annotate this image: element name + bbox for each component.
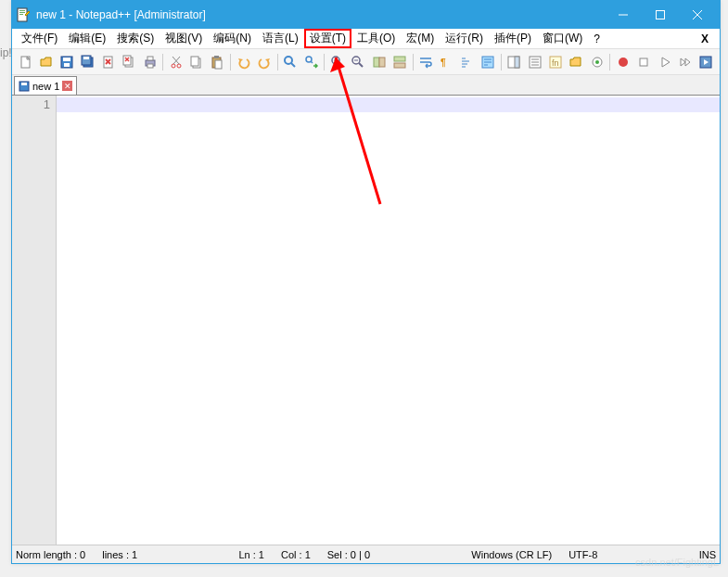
cut-icon[interactable] [166,52,185,72]
indent-guide-icon[interactable] [457,52,477,72]
line-number-gutter: 1 [12,96,57,545]
replace-icon[interactable] [301,52,321,72]
svg-rect-2 [19,12,25,13]
line-number: 1 [12,97,50,112]
app-window: new 1 - Notepad++ [Administrator] 文件(F) … [11,0,721,564]
window-controls [605,1,716,29]
save-all-icon[interactable] [78,52,97,72]
save-macro-icon[interactable] [696,52,715,72]
svg-point-25 [172,64,175,68]
menu-plugins[interactable]: 插件(P) [489,29,537,48]
minimize-button[interactable] [605,1,642,29]
svg-rect-33 [215,60,222,69]
svg-text:fn: fn [552,58,559,68]
svg-rect-23 [147,57,153,60]
svg-rect-45 [374,58,379,67]
menu-search[interactable]: 搜索(S) [111,29,160,48]
paste-icon[interactable] [208,52,227,72]
tab-bar: new 1 ✕ [12,75,720,96]
menu-run[interactable]: 运行(R) [440,29,489,48]
open-file-icon[interactable] [36,52,56,72]
status-column: Col : 1 [281,549,311,560]
svg-point-26 [177,64,181,68]
text-editor[interactable] [57,96,720,545]
fast-icon[interactable] [675,52,695,72]
word-wrap-icon[interactable] [415,52,435,72]
svg-rect-47 [394,57,405,61]
svg-text:¶: ¶ [441,58,446,68]
svg-point-68 [595,60,599,64]
svg-line-39 [338,63,342,67]
menu-window[interactable]: 窗口(W) [537,29,588,48]
docmap-icon[interactable] [504,52,524,72]
new-file-icon[interactable] [16,52,35,72]
record-icon[interactable] [613,52,632,72]
svg-rect-30 [191,57,198,66]
monitor-icon[interactable] [587,52,607,72]
svg-rect-1 [19,10,25,11]
svg-rect-32 [214,56,219,58]
toolbar-separator [162,54,163,71]
toolbar: ¶ fn [12,49,720,75]
menu-macro[interactable]: 宏(M) [401,29,440,48]
status-eol[interactable]: Windows (CR LF) [471,549,552,560]
toolbar-separator [413,54,414,71]
window-title: new 1 - Notepad++ [Administrator] [36,8,605,21]
sync-h-icon[interactable] [390,52,409,72]
menu-language[interactable]: 语言(L) [257,29,304,48]
menu-tools[interactable]: 工具(O) [351,29,401,48]
stop-icon[interactable] [634,52,654,72]
menu-file[interactable]: 文件(F) [16,29,63,48]
close-button[interactable] [679,1,716,29]
undo-icon[interactable] [234,52,253,72]
save-icon[interactable] [57,52,77,72]
zoom-in-icon[interactable] [327,52,347,72]
menu-help[interactable]: ? [588,31,606,47]
svg-rect-73 [21,83,27,85]
menu-settings[interactable]: 设置(T) [304,29,351,48]
maximize-button[interactable] [642,1,679,29]
redo-icon[interactable] [254,52,274,72]
status-length: Norm length : 0 [16,549,85,560]
tab-close-icon[interactable]: ✕ [62,81,72,91]
toolbar-separator [501,54,502,71]
watermark-text: csdn.net/FightingL [635,557,719,568]
status-encoding[interactable]: UTF-8 [568,549,597,560]
current-line-highlight [57,97,720,112]
svg-rect-14 [83,57,89,59]
editor-area: 1 [12,96,720,545]
folder-icon[interactable] [567,52,586,72]
app-icon [16,7,31,22]
title-bar: new 1 - Notepad++ [Administrator] [12,1,720,29]
print-icon[interactable] [140,52,160,72]
save-state-icon [19,81,30,92]
sync-icon[interactable] [369,52,389,72]
svg-rect-3 [19,14,23,15]
svg-rect-48 [394,63,405,68]
status-lines: lines : 1 [102,549,137,560]
svg-rect-11 [64,63,70,67]
svg-rect-46 [379,58,385,67]
menu-edit[interactable]: 编辑(E) [63,29,111,48]
menu-close-doc[interactable]: X [694,32,716,45]
svg-point-34 [285,57,292,64]
doclist-icon[interactable] [525,52,544,72]
zoom-out-icon[interactable] [349,52,368,72]
document-tab[interactable]: new 1 ✕ [14,76,77,95]
show-all-icon[interactable]: ¶ [437,52,456,72]
copy-icon[interactable] [186,52,206,72]
svg-line-43 [359,63,363,67]
play-icon[interactable] [655,52,674,72]
udldef-icon[interactable] [478,52,497,72]
status-selection: Sel : 0 | 0 [327,549,370,560]
funclist-icon[interactable]: fn [545,52,565,72]
close-all-icon[interactable] [120,52,139,72]
menu-encoding[interactable]: 编码(N) [208,29,257,48]
svg-rect-5 [657,11,665,19]
close-file-icon[interactable] [98,52,118,72]
svg-line-28 [172,57,179,64]
find-icon[interactable] [281,52,300,72]
menu-view[interactable]: 视图(V) [160,29,208,48]
svg-rect-10 [63,58,70,61]
svg-rect-70 [640,58,647,66]
